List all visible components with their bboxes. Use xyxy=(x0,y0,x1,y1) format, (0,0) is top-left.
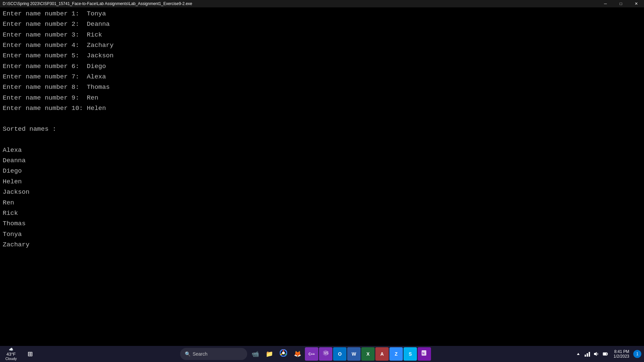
window-title: D:\SCC\Spring 2023\CISP301_15741_Face-to… xyxy=(3,1,192,6)
minimize-button[interactable]: ─ xyxy=(598,0,613,7)
chevron-up-icon xyxy=(577,353,580,355)
console-input-line: Enter name number 8: Thomas xyxy=(3,82,641,93)
maximize-button[interactable]: □ xyxy=(613,0,629,7)
excel-icon: X xyxy=(366,351,369,357)
taskbar-app-zoom[interactable]: Z xyxy=(389,347,403,361)
window-controls: ─ □ ✕ xyxy=(598,0,644,7)
sorted-header: Sorted names : xyxy=(3,124,641,134)
search-box[interactable]: 🔍 Search xyxy=(180,348,247,360)
console-input-line: Enter name number 7: Alexa xyxy=(3,72,641,82)
skype-icon: S xyxy=(409,351,412,357)
system-tray xyxy=(574,350,609,358)
clock-time: 8:41 PM xyxy=(614,349,629,354)
teams/video-icon: 📹 xyxy=(252,350,259,358)
sorted-name-item: Ren xyxy=(3,198,641,208)
sorted-name-item: Jackson xyxy=(3,187,641,197)
console-input-line: Enter name number 9: Ren xyxy=(3,93,641,103)
app-icons: 📹📁🦊C++VSOWXAZSN xyxy=(249,347,431,361)
visual-studio-icon: VS xyxy=(322,350,329,358)
word-icon: W xyxy=(352,351,356,357)
access-icon: A xyxy=(380,351,384,357)
sorted-name-item: Thomas xyxy=(3,219,641,229)
start-icon: ⊞ xyxy=(28,349,33,359)
input-lines: Enter name number 1: TonyaEnter name num… xyxy=(3,9,641,114)
svg-point-1 xyxy=(282,352,285,354)
sorted-name-item: Diego xyxy=(3,166,641,176)
clock-date: 1/2/2023 xyxy=(613,354,629,359)
weather-temp: 43°F xyxy=(6,352,16,357)
svg-text:N: N xyxy=(422,352,425,355)
taskbar: ☁️ 43°F Cloudy ⊞ 🔍 Search 📹📁🦊C++VSOWXAZS… xyxy=(0,346,644,362)
notification-button[interactable]: 1 xyxy=(633,350,641,358)
weather-icon: ☁️ xyxy=(9,347,13,352)
sorted-name-item: Tonya xyxy=(3,229,641,240)
show-hidden-tray-button[interactable] xyxy=(574,350,582,358)
console-area: Enter name number 1: TonyaEnter name num… xyxy=(0,7,644,346)
console-input-line: Enter name number 6: Diego xyxy=(3,61,641,72)
firefox-icon: 🦊 xyxy=(294,350,301,358)
blank-spacer xyxy=(3,114,641,124)
taskbar-app-firefox[interactable]: 🦊 xyxy=(291,347,304,361)
svg-marker-9 xyxy=(594,352,597,356)
close-button[interactable]: ✕ xyxy=(629,0,644,7)
zoom-icon: Z xyxy=(395,351,398,357)
clock[interactable]: 8:41 PM 1/2/2023 xyxy=(611,349,631,359)
taskbar-left: ☁️ 43°F Cloudy ⊞ xyxy=(3,347,37,361)
taskbar-app-access[interactable]: A xyxy=(375,347,389,361)
onenote-icon: N xyxy=(421,350,428,358)
sorted-name-item: Zachary xyxy=(3,240,641,250)
console-input-line: Enter name number 4: Zachary xyxy=(3,40,641,51)
taskbar-app-dev-c[interactable]: C++ xyxy=(305,347,318,361)
svg-rect-11 xyxy=(607,353,608,355)
weather-condition: Cloudy xyxy=(5,357,17,361)
titlebar: D:\SCC\Spring 2023\CISP301_15741_Face-to… xyxy=(0,0,644,7)
console-input-line: Enter name number 5: Jackson xyxy=(3,51,641,61)
start-button[interactable]: ⊞ xyxy=(23,347,37,361)
taskbar-center: 🔍 Search 📹📁🦊C++VSOWXAZSN xyxy=(38,347,573,361)
sorted-name-item: Rick xyxy=(3,208,641,219)
svg-rect-7 xyxy=(587,353,588,357)
chrome-icon xyxy=(280,349,287,359)
taskbar-app-word[interactable]: W xyxy=(347,347,361,361)
console-input-line: Enter name number 3: Rick xyxy=(3,30,641,40)
battery-icon[interactable] xyxy=(601,350,609,358)
svg-text:VS: VS xyxy=(324,351,329,355)
search-icon: 🔍 xyxy=(185,351,191,357)
taskbar-app-outlook[interactable]: O xyxy=(333,347,346,361)
sorted-name-item: Alexa xyxy=(3,145,641,156)
outlook-icon: O xyxy=(338,351,342,357)
console-input-line: Enter name number 10: Helen xyxy=(3,103,641,114)
network-icon[interactable] xyxy=(583,350,591,358)
volume-icon[interactable] xyxy=(592,350,600,358)
taskbar-right: 8:41 PM 1/2/2023 1 xyxy=(574,349,641,359)
taskbar-app-visual-studio[interactable]: VS xyxy=(319,347,332,361)
svg-rect-6 xyxy=(585,355,586,357)
sorted-name-item: Helen xyxy=(3,177,641,187)
notification-count: 1 xyxy=(636,352,639,356)
blank-spacer-2 xyxy=(3,135,641,145)
sorted-names-list: AlexaDeannaDiegoHelenJacksonRenRickThoma… xyxy=(3,145,641,250)
taskbar-app-teamsvideo[interactable]: 📹 xyxy=(249,347,262,361)
search-label: Search xyxy=(193,351,207,357)
sorted-name-item: Deanna xyxy=(3,156,641,166)
dev-c++-icon: C++ xyxy=(309,352,315,356)
taskbar-app-chrome[interactable] xyxy=(277,347,290,361)
taskbar-app-excel[interactable]: X xyxy=(361,347,375,361)
svg-rect-8 xyxy=(589,352,590,357)
console-input-line: Enter name number 2: Deanna xyxy=(3,19,641,29)
file-explorer-icon: 📁 xyxy=(266,350,273,358)
taskbar-app-file-explorer[interactable]: 📁 xyxy=(263,347,276,361)
taskbar-app-onenote[interactable]: N xyxy=(418,347,431,361)
weather-widget[interactable]: ☁️ 43°F Cloudy xyxy=(3,347,19,361)
svg-rect-12 xyxy=(603,353,606,355)
taskbar-app-skype[interactable]: S xyxy=(404,347,417,361)
console-input-line: Enter name number 1: Tonya xyxy=(3,9,641,19)
